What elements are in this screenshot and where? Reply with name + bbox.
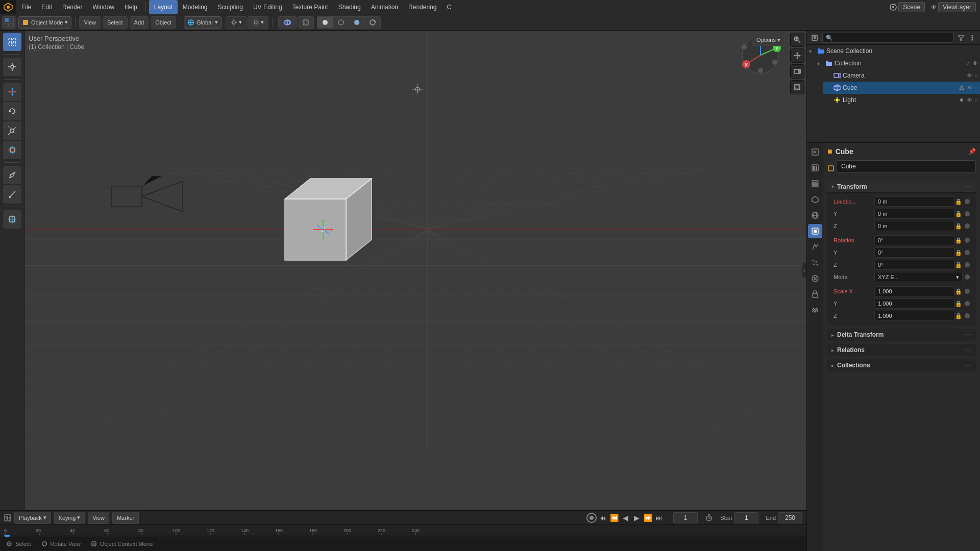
mode-dot[interactable]	[965, 274, 970, 280]
transform-tool[interactable]	[3, 141, 21, 159]
menu-render[interactable]: Render	[57, 0, 87, 14]
timeline-view-menu[interactable]: View	[88, 512, 109, 524]
object-props-btn[interactable]	[808, 224, 822, 238]
collection-row[interactable]: ▾ Collection ✓ 👁	[815, 57, 980, 69]
xray-toggle[interactable]	[298, 16, 314, 29]
world-props-btn[interactable]	[808, 208, 822, 222]
particles-props-btn[interactable]	[808, 256, 822, 270]
ortho-toggle-btn[interactable]	[790, 80, 804, 94]
location-x-lock[interactable]: 🔒	[954, 198, 963, 205]
render-props-btn[interactable]	[808, 145, 822, 159]
scale-y-lock[interactable]: 🔒	[954, 300, 963, 307]
location-x-value[interactable]: 0 m	[874, 196, 954, 207]
menu-window[interactable]: Window	[87, 0, 119, 14]
rotation-x-dot[interactable]	[965, 238, 970, 243]
scale-z-dot[interactable]	[965, 313, 970, 318]
collections-header[interactable]: ▸ Collections ⋯	[827, 359, 976, 371]
current-frame-input[interactable]	[673, 512, 698, 523]
workspace-layout[interactable]: Layout	[149, 0, 178, 14]
wireframe-shading[interactable]	[333, 16, 349, 29]
rotation-z-value[interactable]: 0°	[874, 260, 954, 270]
move-tool[interactable]	[3, 83, 21, 101]
mesh-name-input[interactable]	[837, 160, 976, 172]
snap-btn[interactable]: ▾	[226, 16, 247, 29]
scale-x-dot[interactable]	[965, 289, 970, 294]
object-data-props-btn[interactable]	[808, 303, 822, 317]
scene-collection-row[interactable]: ▾ Scene Collection	[807, 45, 980, 57]
viewport-3d[interactable]: User Perspective (1) Collection | Cube O…	[24, 31, 806, 510]
scale-x-lock[interactable]: 🔒	[954, 288, 963, 295]
physics-props-btn[interactable]	[808, 271, 822, 286]
scene-name[interactable]: Scene	[898, 2, 925, 12]
transform-global[interactable]: Global ▾	[184, 16, 222, 29]
outliner-search-input[interactable]	[822, 33, 953, 43]
select-menu[interactable]: Select	[103, 16, 128, 29]
play-back-btn[interactable]: ◀	[620, 513, 630, 523]
rotation-y-dot[interactable]	[965, 250, 970, 255]
mode-select-boxes[interactable]	[2, 16, 16, 29]
playback-menu[interactable]: Playback ▾	[14, 512, 51, 524]
measure-tool[interactable]	[3, 185, 21, 204]
modifier-props-btn[interactable]	[808, 240, 822, 254]
rotation-y-value[interactable]: 0°	[874, 247, 954, 258]
object-menu[interactable]: Object	[151, 16, 176, 29]
add-cube-tool[interactable]	[3, 210, 21, 229]
viewport-options-btn[interactable]: Options ▾	[752, 34, 785, 46]
cube-outliner-row[interactable]: ▸ Cube 👁 ○	[823, 82, 980, 94]
view-layer-name[interactable]: ViewLayer	[938, 2, 976, 12]
constraints-props-btn[interactable]	[808, 287, 822, 302]
record-btn[interactable]	[586, 513, 597, 523]
workspace-texture-paint[interactable]: Texture Paint	[287, 0, 333, 14]
rotation-y-lock[interactable]: 🔒	[954, 249, 963, 256]
step-forward-btn[interactable]: ⏩	[643, 513, 653, 523]
rotation-x-value[interactable]: 0°	[874, 235, 954, 245]
relations-header[interactable]: ▸ Relations ⋯	[827, 344, 976, 356]
menu-file[interactable]: File	[16, 0, 36, 14]
collections-dots[interactable]: ⋯	[964, 361, 972, 369]
cursor-tool[interactable]	[3, 58, 21, 76]
scale-z-lock[interactable]: 🔒	[954, 313, 963, 319]
camera-row[interactable]: ▸ Camera 👁 ○	[823, 69, 980, 82]
view-menu[interactable]: View	[79, 16, 101, 29]
start-frame-input[interactable]	[734, 512, 758, 523]
camera-view-btn[interactable]	[790, 64, 804, 79]
jump-start-btn[interactable]: ⏮	[598, 513, 608, 523]
end-frame-input[interactable]	[778, 512, 802, 523]
marker-menu[interactable]: Marker	[112, 512, 139, 524]
output-props-btn[interactable]	[808, 161, 822, 175]
select-box-tool[interactable]	[3, 33, 21, 51]
workspace-uv-editing[interactable]: UV Editing	[248, 0, 287, 14]
solid-shading[interactable]	[317, 16, 333, 29]
play-forward-btn[interactable]: ▶	[631, 513, 642, 523]
location-z-value[interactable]: 0 m	[874, 221, 954, 231]
delta-transform-dots[interactable]: ⋯	[964, 331, 972, 339]
scale-y-value[interactable]: 1.000	[874, 298, 954, 309]
location-x-dot[interactable]	[965, 199, 970, 204]
workspace-shading[interactable]: Shading	[333, 0, 366, 14]
location-y-dot[interactable]	[965, 211, 970, 216]
relations-dots[interactable]: ⋯	[964, 346, 972, 354]
location-y-lock[interactable]: 🔒	[954, 211, 963, 217]
step-back-btn[interactable]: ⏪	[609, 513, 619, 523]
location-z-dot[interactable]	[965, 223, 970, 229]
pin-button[interactable]: 📌	[968, 148, 976, 155]
scale-z-value[interactable]: 1.000	[874, 311, 954, 321]
menu-edit[interactable]: Edit	[36, 0, 57, 14]
scene-props-btn[interactable]	[808, 192, 822, 207]
workspace-sculpting[interactable]: Sculpting	[213, 0, 248, 14]
light-outliner-row[interactable]: ▸ Light 👁 ○	[823, 94, 980, 106]
scale-y-dot[interactable]	[965, 301, 970, 306]
rotate-tool[interactable]	[3, 102, 21, 120]
jump-end-btn[interactable]: ⏭	[654, 513, 664, 523]
annotate-tool[interactable]	[3, 166, 21, 184]
overlay-toggle[interactable]	[278, 16, 297, 29]
workspace-rendering[interactable]: Rendering	[403, 0, 442, 14]
proportional-edit[interactable]: ▾	[248, 16, 268, 29]
collapse-right-panel[interactable]: ‹	[802, 263, 806, 278]
zoom-in-btn[interactable]	[790, 33, 804, 47]
object-mode-dropdown[interactable]: Object Mode ▾	[18, 16, 71, 29]
rotation-x-lock[interactable]: 🔒	[954, 237, 963, 244]
menu-help[interactable]: Help	[119, 0, 142, 14]
location-y-value[interactable]: 0 m	[874, 209, 954, 219]
material-shading[interactable]	[364, 16, 381, 29]
